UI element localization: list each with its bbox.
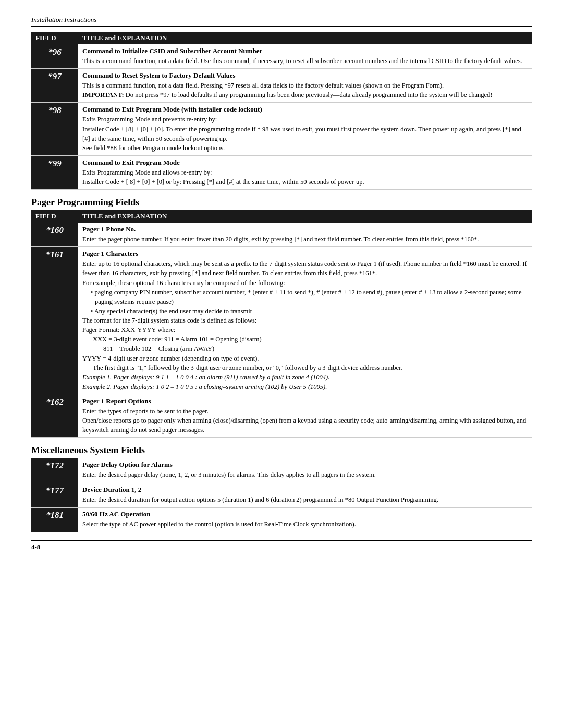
entry-98-body: Exits Programming Mode and prevents re-e… (82, 115, 528, 153)
field-96: *96 (31, 44, 78, 69)
entry-97-body-p1: This is a command function, not a data f… (82, 82, 444, 89)
field-161: *161 (31, 247, 78, 394)
page-footer: 4-8 (31, 540, 532, 551)
table-row: *97 Command to Reset System to Factory D… (31, 69, 532, 103)
entry-96-body: This is a command function, not a data f… (82, 56, 528, 66)
table-row: *160 Pager 1 Phone No. Enter the pager p… (31, 223, 532, 247)
entry-161-example2: Example 2. Pager displays: 1 0 2 – 1 0 0… (82, 382, 528, 391)
entry-161-format-intro: The format for the 7-digit system status… (82, 316, 528, 325)
entry-161-yyyy: YYYY = 4-digit user or zone number (depe… (82, 354, 528, 363)
pager-col-field-header: FIELD (31, 210, 78, 223)
table-row: *98 Command to Exit Program Mode (with i… (31, 103, 532, 156)
entry-161-title: Pager 1 Characters (82, 250, 528, 258)
entry-161-bullet1: • paging company PIN number, subscriber … (91, 288, 528, 306)
entry-177-title: Device Duration 1, 2 (82, 486, 528, 494)
entry-98-p1: Exits Programming Mode and prevents re-e… (82, 115, 528, 124)
entry-177: Device Duration 1, 2 Enter the desired d… (78, 483, 532, 507)
entry-97-title: Command to Reset System to Factory Defau… (82, 71, 528, 80)
entry-98-title: Command to Exit Program Mode (with insta… (82, 105, 528, 114)
entry-162-p2: Open/close reports go to pager only when… (82, 416, 528, 435)
page-header: Installation Instructions (31, 16, 532, 27)
entry-161-pager-format: Pager Format: XXX-YYYY where: (82, 325, 528, 335)
entry-161-intro: Enter up to 16 optional characters, whic… (82, 259, 528, 278)
field-99: *99 (31, 155, 78, 189)
entry-97-important-label: IMPORTANT: (82, 91, 126, 98)
entry-98: Command to Exit Program Mode (with insta… (78, 103, 532, 156)
entry-162-body: Enter the types of reports to be sent to… (82, 406, 528, 435)
table-row: *162 Pager 1 Report Options Enter the ty… (31, 394, 532, 438)
col-explanation-header: TITLE and EXPLANATION (78, 32, 532, 44)
table-header-row: FIELD TITLE and EXPLANATION (31, 32, 532, 44)
table-row: *172 Pager Delay Option for Alarms Enter… (31, 458, 532, 483)
entry-181: 50/60 Hz AC Operation Select the type of… (78, 507, 532, 532)
field-177: *177 (31, 483, 78, 507)
entry-99-title: Command to Exit Program Mode (82, 158, 528, 167)
entry-162-p1: Enter the types of reports to be sent to… (82, 406, 528, 416)
entry-161-yyyy-sub: The first digit is "1," followed by the … (93, 363, 528, 373)
entry-160: Pager 1 Phone No. Enter the pager phone … (78, 223, 532, 247)
pager-table-header-row: FIELD TITLE and EXPLANATION (31, 210, 532, 223)
entry-161-for-example: For example, these optional 16 character… (82, 278, 528, 288)
entry-172-body: Enter the desired pager delay (none, 1, … (82, 470, 528, 479)
col-field-header: FIELD (31, 32, 78, 44)
entry-96-title: Command to Initialize CSID and Subscribe… (82, 47, 528, 55)
field-160: *160 (31, 223, 78, 247)
entry-161-body: Enter up to 16 optional characters, whic… (82, 259, 528, 391)
table-row: *177 Device Duration 1, 2 Enter the desi… (31, 483, 532, 507)
pager-table: FIELD TITLE and EXPLANATION *160 Pager 1… (31, 210, 532, 438)
field-181: *181 (31, 507, 78, 532)
entry-161-bullet2: • Any special character(s) the end user … (91, 306, 528, 316)
header-title: Installation Instructions (31, 16, 96, 23)
entry-162-title: Pager 1 Report Options (82, 397, 528, 405)
entry-172-title: Pager Delay Option for Alarms (82, 461, 528, 469)
entry-181-title: 50/60 Hz AC Operation (82, 510, 528, 519)
entry-98-p3: See field *88 for other Program mode loc… (82, 143, 528, 153)
entry-161-xxx2: 811 = Trouble 102 = Closing (arm AWAY) (103, 344, 528, 353)
entry-99-p2: Installer Code + [ 8] + [0] + [0] or by:… (82, 177, 528, 187)
entry-98-p2: Installer Code + [8] + [0] + [0]. To ent… (82, 125, 528, 143)
entry-160-body: Enter the pager phone number. If you ent… (82, 235, 528, 244)
field-98: *98 (31, 103, 78, 156)
entry-99: Command to Exit Program Mode Exits Progr… (78, 155, 532, 189)
table-row: *96 Command to Initialize CSID and Subsc… (31, 44, 532, 69)
entry-97: Command to Reset System to Factory Defau… (78, 69, 532, 103)
field-97: *97 (31, 69, 78, 103)
entry-161: Pager 1 Characters Enter up to 16 option… (78, 247, 532, 394)
misc-table: *172 Pager Delay Option for Alarms Enter… (31, 458, 532, 532)
entry-162: Pager 1 Report Options Enter the types o… (78, 394, 532, 438)
misc-section-heading: Miscellaneous System Fields (31, 445, 532, 456)
entry-160-title: Pager 1 Phone No. (82, 225, 528, 233)
entry-97-important-text: Do not press *97 to load defaults if any… (126, 91, 493, 98)
entry-99-p1: Exits Programming Mode and allows re-ent… (82, 168, 528, 177)
pager-col-explanation-header: TITLE and EXPLANATION (78, 210, 532, 223)
field-162: *162 (31, 394, 78, 438)
entry-177-body: Enter the desired duration for output ac… (82, 495, 528, 504)
table-row: *99 Command to Exit Program Mode Exits P… (31, 155, 532, 189)
table-row: *161 Pager 1 Characters Enter up to 16 o… (31, 247, 532, 394)
entry-99-body: Exits Programming Mode and allows re-ent… (82, 168, 528, 187)
entry-97-body: This is a command function, not a data f… (82, 81, 528, 100)
entry-161-example1: Example 1. Pager displays: 9 1 1 – 1 0 0… (82, 373, 528, 382)
main-table: FIELD TITLE and EXPLANATION *96 Command … (31, 32, 532, 190)
table-row: *181 50/60 Hz AC Operation Select the ty… (31, 507, 532, 532)
entry-181-body: Select the type of AC power applied to t… (82, 520, 528, 529)
field-172: *172 (31, 458, 78, 483)
entry-161-xxx: XXX = 3-digit event code: 911 = Alarm 10… (93, 335, 528, 344)
entry-172: Pager Delay Option for Alarms Enter the … (78, 458, 532, 483)
page-number: 4-8 (31, 543, 40, 551)
pager-section-heading: Pager Programming Fields (31, 197, 532, 208)
entry-96: Command to Initialize CSID and Subscribe… (78, 44, 532, 69)
